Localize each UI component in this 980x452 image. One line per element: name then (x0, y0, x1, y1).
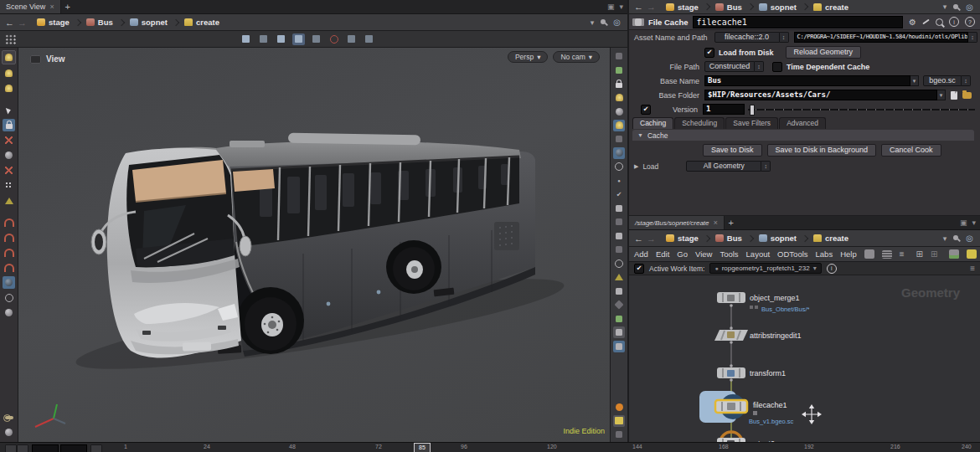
close-tab-icon[interactable]: × (714, 218, 718, 227)
collapse-arrow-icon[interactable]: ▶ (634, 163, 638, 170)
visibility-eye-icon[interactable] (613, 50, 625, 62)
node-filecache1-selected[interactable]: filecache1 Bus_v1.bgeo.sc (699, 391, 794, 425)
breadcrumb-stage[interactable]: stage (663, 234, 702, 243)
asset-path-field[interactable]: C:/PROGRA~1/SIDEEF~1/HOUDIN~1.584/houdin… (794, 32, 968, 43)
tab-scheduling[interactable]: Scheduling (674, 117, 725, 129)
box-select-icon[interactable] (310, 33, 322, 45)
reload-geometry-button[interactable]: Reload Geometry (786, 46, 862, 59)
render-view-tool-icon[interactable] (2, 50, 16, 64)
wireframe-display-icon[interactable] (613, 161, 625, 172)
breadcrumb-sopnet[interactable]: sopnet (126, 18, 171, 27)
grid-toggle-icon[interactable] (613, 415, 625, 427)
lock-camera-icon[interactable] (613, 78, 625, 90)
play-controls-button[interactable] (90, 444, 102, 452)
asset-version-dropdown[interactable]: filecache::2.0 (714, 32, 780, 43)
forward-button[interactable]: → (645, 234, 658, 244)
save-to-disk-button[interactable]: Save to Disk (703, 144, 762, 157)
scene-graph-icon[interactable] (613, 64, 625, 76)
forward-button[interactable]: → (645, 2, 658, 12)
breadcrumb-create[interactable]: create (810, 3, 852, 12)
locator-icon[interactable] (613, 341, 625, 352)
hamburger-icon[interactable]: ≡ (900, 249, 905, 259)
view-ops-tool-icon[interactable] (3, 276, 15, 289)
menu-odtools[interactable]: ODTools (777, 249, 807, 259)
menu-edit[interactable]: Edit (656, 249, 669, 259)
breadcrumb-create[interactable]: create (181, 18, 223, 27)
help-icon[interactable]: ? (965, 17, 975, 27)
version-enable-checkbox[interactable]: ✔ (641, 105, 651, 115)
stepper-icon[interactable]: ↕ (962, 75, 971, 86)
play-controls-button[interactable] (5, 444, 17, 452)
active-work-item-checkbox[interactable]: ✔ (634, 264, 644, 274)
selection-ring-tool-icon[interactable] (3, 291, 15, 304)
tool-palette-icon[interactable] (5, 34, 17, 44)
geometry-display-icon[interactable] (613, 105, 625, 117)
pin-pane-icon[interactable] (952, 3, 960, 11)
normals-display-icon[interactable] (613, 230, 625, 242)
breadcrumb-bus[interactable]: Bus (712, 3, 745, 12)
rotate-handle-tool-icon[interactable] (3, 149, 15, 162)
base-folder-field[interactable]: $HIP/Resources/Assets/Cars/ (704, 90, 937, 100)
info-icon[interactable]: i (949, 17, 959, 27)
playbar-timeline[interactable]: 1 24 48 72 85 96 120 144 168 192 216 240 (0, 442, 980, 452)
path-dropdown-icon[interactable]: ▾ (591, 18, 595, 27)
display-options-icon[interactable] (363, 33, 375, 45)
frame-range-end-field[interactable] (60, 444, 87, 452)
key-tool-icon[interactable] (3, 411, 15, 424)
brush-icon[interactable] (922, 19, 930, 25)
tab-network-path[interactable]: /stage/Bus/sopnet/create × (629, 216, 725, 229)
snap-grid-magnet-icon[interactable] (3, 216, 15, 229)
menu-add[interactable]: Add (634, 249, 648, 259)
save-to-disk-background-button[interactable]: Save to Disk in Background (767, 144, 877, 157)
link-pane-icon[interactable]: ◎ (613, 18, 621, 27)
point-display-icon[interactable]: ● (613, 175, 625, 187)
tab-advanced[interactable]: Advanced (779, 117, 826, 129)
load-mode-dropdown[interactable]: All Geometry (686, 161, 761, 172)
menu-layout[interactable]: Layout (746, 249, 771, 259)
grid-view-icon[interactable]: ⊞ (916, 249, 923, 259)
new-tab-button[interactable]: + (725, 216, 738, 229)
breadcrumb-bus[interactable]: Bus (712, 234, 745, 243)
tab-caching[interactable]: Caching (632, 117, 673, 129)
primitive-numbers-icon[interactable] (613, 244, 625, 255)
file-chooser-icon[interactable] (951, 91, 957, 100)
network-canvas[interactable]: Geometry object_merge1 Bus_Obnet/Bus/* (629, 275, 980, 448)
select-visible-icon[interactable]: ✔ (613, 188, 625, 200)
light-tool-icon[interactable] (3, 67, 15, 80)
load-from-disk-checkbox[interactable]: ✔ (704, 48, 714, 58)
menu-go[interactable]: Go (677, 249, 688, 259)
slider-handle[interactable] (750, 105, 755, 116)
version-slider[interactable] (748, 105, 975, 114)
forward-button[interactable]: → (16, 18, 28, 28)
cancel-cook-button[interactable]: Cancel Cook (881, 144, 941, 157)
snap-point-magnet-icon[interactable] (3, 231, 15, 244)
grid-view-alt-icon[interactable]: ⊞ (931, 249, 937, 259)
gear-icon[interactable]: ⚙ (909, 18, 916, 27)
material-diamond-icon[interactable] (613, 299, 625, 311)
node-transform1[interactable]: transform1 (717, 364, 786, 382)
tab-scene-view[interactable]: Scene View × (0, 0, 61, 13)
shaded-display-icon[interactable] (613, 147, 625, 159)
stepper-icon[interactable]: ↕ (780, 32, 789, 43)
secure-selection-lock-icon[interactable] (3, 119, 15, 131)
transparency-checker-icon[interactable] (613, 285, 625, 297)
path-dropdown-icon[interactable]: ▾ (943, 3, 947, 11)
new-tab-button[interactable]: + (61, 0, 75, 13)
chevron-down-icon[interactable]: ▾ (937, 90, 946, 100)
menu-view[interactable]: View (695, 249, 712, 259)
pen-markers-icon[interactable] (613, 203, 625, 214)
tree-list-icon[interactable] (882, 250, 892, 259)
snap-edge-magnet-icon[interactable] (3, 246, 15, 259)
breadcrumb-sopnet[interactable]: sopnet (756, 234, 800, 243)
path-dropdown-icon[interactable]: ▾ (943, 234, 947, 243)
active-work-item-dropdown[interactable]: ● ropgeometry1_ropfetch1_232 ▾ (709, 263, 821, 274)
scale-handle-tool-icon[interactable] (3, 164, 15, 177)
frame-range-start-field[interactable] (32, 444, 59, 452)
scene-viewport[interactable]: View Persp ▾ No cam ▾ (18, 48, 610, 444)
cook-status-icon[interactable] (613, 401, 625, 413)
snap-primitive-magnet-icon[interactable] (3, 261, 15, 274)
extension-dropdown[interactable]: bgeo.sc (923, 75, 962, 86)
node-attribstringedit1[interactable]: attribstringedit1 (714, 326, 802, 344)
base-name-field[interactable]: Bus (704, 75, 910, 86)
back-button[interactable]: ← (3, 18, 16, 28)
